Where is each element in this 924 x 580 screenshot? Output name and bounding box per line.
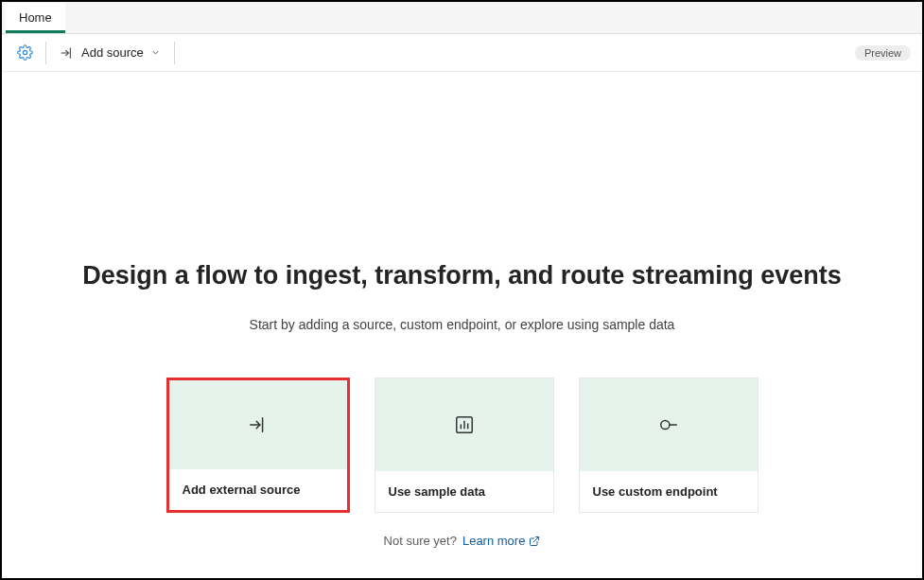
card-icon-area	[169, 380, 347, 469]
card-icon-area	[375, 378, 553, 471]
card-label: Use sample data	[375, 471, 553, 512]
toolbar-divider	[45, 42, 46, 64]
page-title: Design a flow to ingest, transform, and …	[82, 261, 842, 290]
bar-chart-icon	[454, 414, 475, 435]
toolbar: Add source Preview	[2, 34, 922, 72]
external-link-icon	[529, 536, 540, 547]
main-content: Design a flow to ingest, transform, and …	[2, 72, 922, 548]
preview-badge: Preview	[855, 45, 911, 61]
gear-icon	[17, 44, 33, 61]
tab-home[interactable]: Home	[6, 3, 65, 33]
learn-more-label: Learn more	[462, 534, 525, 548]
card-add-external-source[interactable]: Add external source	[166, 378, 350, 513]
learn-more-link[interactable]: Learn more	[462, 534, 540, 548]
svg-point-0	[23, 50, 26, 54]
tab-bar: Home	[2, 2, 922, 34]
card-use-sample-data[interactable]: Use sample data	[375, 378, 554, 513]
svg-line-7	[533, 536, 539, 542]
chevron-down-icon	[150, 47, 161, 58]
footer-text: Not sure yet? Learn more	[384, 534, 541, 548]
enter-icon	[248, 414, 269, 435]
svg-point-5	[660, 420, 669, 429]
page-subtitle: Start by adding a source, custom endpoin…	[250, 317, 675, 332]
enter-icon	[60, 45, 75, 61]
add-source-button[interactable]: Add source	[52, 42, 168, 64]
toolbar-divider	[174, 42, 175, 64]
footer-prefix: Not sure yet?	[384, 534, 457, 548]
endpoint-icon	[658, 414, 679, 435]
add-source-label: Add source	[81, 45, 144, 60]
card-label: Add external source	[169, 469, 347, 510]
card-label: Use custom endpoint	[580, 471, 758, 512]
card-use-custom-endpoint[interactable]: Use custom endpoint	[579, 378, 758, 513]
cards-row: Add external source Use sample data	[166, 378, 758, 513]
settings-button[interactable]	[9, 38, 40, 68]
card-icon-area	[580, 378, 758, 471]
